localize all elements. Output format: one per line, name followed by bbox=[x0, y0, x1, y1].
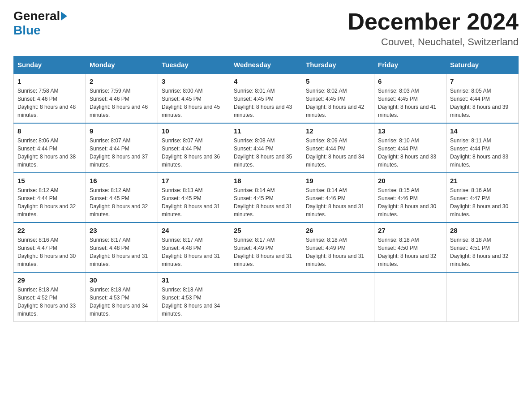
week-row-1: 1 Sunrise: 7:58 AMSunset: 4:46 PMDayligh… bbox=[14, 73, 519, 123]
day-number: 18 bbox=[234, 177, 298, 184]
table-row: 22 Sunrise: 8:16 AMSunset: 4:47 PMDaylig… bbox=[14, 223, 86, 272]
location-subtitle: Couvet, Neuchatel, Switzerland bbox=[348, 36, 519, 48]
week-row-5: 29 Sunrise: 8:18 AMSunset: 4:52 PMDaylig… bbox=[14, 272, 519, 322]
day-number: 28 bbox=[450, 227, 515, 234]
day-info: Sunrise: 8:00 AMSunset: 4:45 PMDaylight:… bbox=[162, 88, 220, 118]
table-row: 6 Sunrise: 8:03 AMSunset: 4:45 PMDayligh… bbox=[374, 73, 446, 123]
calendar-table: Sunday Monday Tuesday Wednesday Thursday… bbox=[13, 56, 519, 322]
day-info: Sunrise: 8:18 AMSunset: 4:52 PMDaylight:… bbox=[17, 287, 76, 317]
day-number: 2 bbox=[90, 77, 154, 85]
table-row: 10 Sunrise: 8:07 AMSunset: 4:44 PMDaylig… bbox=[158, 123, 230, 173]
day-number: 12 bbox=[306, 127, 370, 135]
title-section: December 2024 Couvet, Neuchatel, Switzer… bbox=[348, 9, 519, 48]
day-number: 10 bbox=[162, 127, 226, 135]
day-number: 9 bbox=[90, 127, 154, 135]
day-info: Sunrise: 8:18 AMSunset: 4:50 PMDaylight:… bbox=[378, 237, 436, 267]
day-info: Sunrise: 8:18 AMSunset: 4:53 PMDaylight:… bbox=[90, 287, 148, 317]
day-info: Sunrise: 8:17 AMSunset: 4:48 PMDaylight:… bbox=[90, 237, 148, 267]
day-number: 29 bbox=[17, 276, 82, 284]
table-row: 18 Sunrise: 8:14 AMSunset: 4:45 PMDaylig… bbox=[230, 173, 302, 223]
table-row: 21 Sunrise: 8:16 AMSunset: 4:47 PMDaylig… bbox=[446, 173, 519, 223]
day-number: 20 bbox=[378, 177, 442, 184]
day-info: Sunrise: 8:17 AMSunset: 4:49 PMDaylight:… bbox=[234, 237, 292, 267]
day-info: Sunrise: 8:18 AMSunset: 4:53 PMDaylight:… bbox=[162, 287, 220, 317]
day-info: Sunrise: 8:17 AMSunset: 4:48 PMDaylight:… bbox=[162, 237, 220, 267]
day-number: 24 bbox=[162, 227, 226, 234]
day-info: Sunrise: 8:18 AMSunset: 4:49 PMDaylight:… bbox=[306, 237, 364, 267]
header-saturday: Saturday bbox=[446, 56, 519, 74]
table-row: 28 Sunrise: 8:18 AMSunset: 4:51 PMDaylig… bbox=[446, 223, 519, 272]
table-row: 8 Sunrise: 8:06 AMSunset: 4:44 PMDayligh… bbox=[14, 123, 86, 173]
table-row: 30 Sunrise: 8:18 AMSunset: 4:53 PMDaylig… bbox=[86, 272, 158, 322]
day-info: Sunrise: 8:18 AMSunset: 4:51 PMDaylight:… bbox=[450, 237, 508, 267]
day-number: 16 bbox=[90, 177, 154, 184]
day-number: 14 bbox=[450, 127, 515, 135]
day-info: Sunrise: 8:12 AMSunset: 4:45 PMDaylight:… bbox=[90, 187, 148, 218]
table-row: 2 Sunrise: 7:59 AMSunset: 4:46 PMDayligh… bbox=[86, 73, 158, 123]
table-row: 4 Sunrise: 8:01 AMSunset: 4:45 PMDayligh… bbox=[230, 73, 302, 123]
logo-general-text: General bbox=[13, 9, 60, 23]
day-info: Sunrise: 8:06 AMSunset: 4:44 PMDaylight:… bbox=[17, 137, 76, 168]
day-number: 19 bbox=[306, 177, 370, 184]
table-row: 1 Sunrise: 7:58 AMSunset: 4:46 PMDayligh… bbox=[14, 73, 86, 123]
day-info: Sunrise: 8:07 AMSunset: 4:44 PMDaylight:… bbox=[90, 137, 148, 168]
day-number: 21 bbox=[450, 177, 515, 184]
day-info: Sunrise: 8:16 AMSunset: 4:47 PMDaylight:… bbox=[450, 187, 508, 218]
table-row: 29 Sunrise: 8:18 AMSunset: 4:52 PMDaylig… bbox=[14, 272, 86, 322]
day-number: 7 bbox=[450, 77, 515, 85]
day-info: Sunrise: 8:15 AMSunset: 4:46 PMDaylight:… bbox=[378, 187, 436, 218]
header-monday: Monday bbox=[86, 56, 158, 74]
table-row: 20 Sunrise: 8:15 AMSunset: 4:46 PMDaylig… bbox=[374, 173, 446, 223]
page-header: General Blue December 2024 Couvet, Neuch… bbox=[13, 9, 519, 48]
day-number: 31 bbox=[162, 276, 226, 284]
day-info: Sunrise: 7:58 AMSunset: 4:46 PMDaylight:… bbox=[17, 88, 76, 118]
header-sunday: Sunday bbox=[14, 56, 86, 74]
header-tuesday: Tuesday bbox=[158, 56, 230, 74]
table-row: 7 Sunrise: 8:05 AMSunset: 4:44 PMDayligh… bbox=[446, 73, 519, 123]
day-info: Sunrise: 8:09 AMSunset: 4:44 PMDaylight:… bbox=[306, 137, 364, 168]
header-friday: Friday bbox=[374, 56, 446, 74]
day-number: 11 bbox=[234, 127, 298, 135]
table-row: 24 Sunrise: 8:17 AMSunset: 4:48 PMDaylig… bbox=[158, 223, 230, 272]
table-row bbox=[230, 272, 302, 322]
table-row: 5 Sunrise: 8:02 AMSunset: 4:45 PMDayligh… bbox=[302, 73, 374, 123]
month-title: December 2024 bbox=[348, 9, 519, 34]
day-info: Sunrise: 8:14 AMSunset: 4:45 PMDaylight:… bbox=[234, 187, 292, 218]
day-info: Sunrise: 8:03 AMSunset: 4:45 PMDaylight:… bbox=[378, 88, 436, 118]
table-row: 31 Sunrise: 8:18 AMSunset: 4:53 PMDaylig… bbox=[158, 272, 230, 322]
day-number: 30 bbox=[90, 276, 154, 284]
day-number: 6 bbox=[378, 77, 442, 85]
day-number: 17 bbox=[162, 177, 226, 184]
table-row: 3 Sunrise: 8:00 AMSunset: 4:45 PMDayligh… bbox=[158, 73, 230, 123]
header-thursday: Thursday bbox=[302, 56, 374, 74]
day-number: 27 bbox=[378, 227, 442, 234]
day-number: 5 bbox=[306, 77, 370, 85]
day-number: 3 bbox=[162, 77, 226, 85]
logo: General Blue bbox=[13, 9, 68, 38]
day-info: Sunrise: 8:14 AMSunset: 4:46 PMDaylight:… bbox=[306, 187, 364, 218]
week-row-4: 22 Sunrise: 8:16 AMSunset: 4:47 PMDaylig… bbox=[14, 223, 519, 272]
table-row bbox=[374, 272, 446, 322]
table-row: 19 Sunrise: 8:14 AMSunset: 4:46 PMDaylig… bbox=[302, 173, 374, 223]
table-row: 13 Sunrise: 8:10 AMSunset: 4:44 PMDaylig… bbox=[374, 123, 446, 173]
logo-arrow-icon bbox=[61, 12, 67, 21]
logo-blue-text: Blue bbox=[13, 23, 41, 38]
table-row: 17 Sunrise: 8:13 AMSunset: 4:45 PMDaylig… bbox=[158, 173, 230, 223]
week-row-2: 8 Sunrise: 8:06 AMSunset: 4:44 PMDayligh… bbox=[14, 123, 519, 173]
table-row: 27 Sunrise: 8:18 AMSunset: 4:50 PMDaylig… bbox=[374, 223, 446, 272]
table-row: 9 Sunrise: 8:07 AMSunset: 4:44 PMDayligh… bbox=[86, 123, 158, 173]
header-wednesday: Wednesday bbox=[230, 56, 302, 74]
day-number: 1 bbox=[17, 77, 82, 85]
week-row-3: 15 Sunrise: 8:12 AMSunset: 4:44 PMDaylig… bbox=[14, 173, 519, 223]
weekday-header-row: Sunday Monday Tuesday Wednesday Thursday… bbox=[14, 56, 519, 74]
day-info: Sunrise: 7:59 AMSunset: 4:46 PMDaylight:… bbox=[90, 88, 148, 118]
table-row: 16 Sunrise: 8:12 AMSunset: 4:45 PMDaylig… bbox=[86, 173, 158, 223]
day-number: 13 bbox=[378, 127, 442, 135]
day-number: 23 bbox=[90, 227, 154, 234]
table-row: 11 Sunrise: 8:08 AMSunset: 4:44 PMDaylig… bbox=[230, 123, 302, 173]
day-info: Sunrise: 8:01 AMSunset: 4:45 PMDaylight:… bbox=[234, 88, 292, 118]
day-info: Sunrise: 8:08 AMSunset: 4:44 PMDaylight:… bbox=[234, 137, 292, 168]
day-number: 4 bbox=[234, 77, 298, 85]
day-number: 15 bbox=[17, 177, 82, 184]
table-row: 12 Sunrise: 8:09 AMSunset: 4:44 PMDaylig… bbox=[302, 123, 374, 173]
